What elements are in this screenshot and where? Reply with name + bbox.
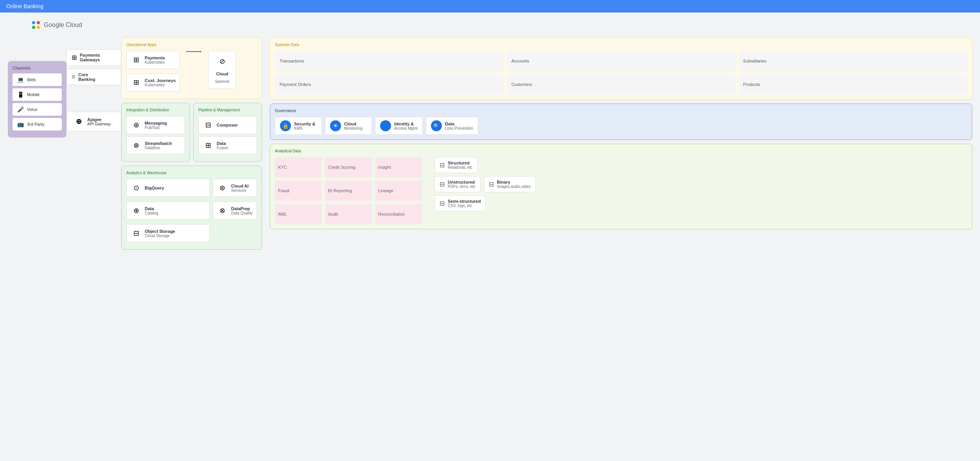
right-column: Spanner Data Transactions Accounts Subsi… [262, 38, 972, 250]
svg-point-2 [32, 26, 35, 29]
spanner-data-box: Spanner Data Transactions Accounts Subsi… [270, 38, 972, 100]
core-banking-icon: ≡ [72, 73, 75, 80]
apigee-name: Apigee [87, 117, 111, 122]
data-loss-prevention-name: Data [445, 122, 473, 126]
object-storage-service[interactable]: ⊟ Object Storage Cloud Storage [126, 224, 210, 242]
security-kms-icon: 🔒 [280, 120, 291, 131]
unstructured-type[interactable]: ⊟ Unstructured PDFs, docs, etc [434, 176, 481, 192]
security-kms-sub: KMS [294, 126, 315, 130]
data-catalog-icon: ⊕ [131, 205, 142, 216]
right-top-row: Spanner Data Transactions Accounts Subsi… [270, 38, 972, 100]
governance-title: Governance [275, 109, 967, 113]
identity-access-sub: Access Mgmt [394, 126, 418, 130]
dataprep-sub: Data Quality [231, 211, 253, 215]
channel-item-web[interactable]: 💻 Web [13, 73, 62, 86]
channels-box: Channels 💻 Web 📱 Mobile 🎤 Voice 📺 3rd Pa… [8, 61, 66, 138]
cloud-ai-name: Cloud AI [231, 184, 249, 188]
analytical-content: KYC Credit Scoring Insight Fraud BI Repo… [275, 157, 967, 224]
web-icon: 💻 [17, 77, 24, 83]
streambatch-name: Stream/batch [145, 141, 172, 146]
data-fusion-name: Data [217, 141, 228, 146]
channel-label-web: Web [27, 77, 36, 82]
fraud-cell: Fraud [275, 180, 322, 201]
operational-services: ⊞ Payments Kubernetes ⊞ Cust. Journeys K… [126, 51, 180, 94]
spanner-grid: Transactions Accounts Subsidiaries Payme… [275, 51, 967, 95]
semi-structured-type[interactable]: ⊟ Semi-structured CSV, logs, etc [434, 195, 486, 211]
svg-point-3 [37, 26, 40, 29]
cloud-spanner-service[interactable]: ⊘ Cloud Spanner [208, 51, 236, 89]
cloud-monitoring-sub: Monitoring [344, 126, 363, 130]
core-banking-item[interactable]: ≡ CoreBanking [66, 69, 121, 85]
identity-access-icon: 👤 [380, 120, 391, 131]
cloud-spanner-sub: Spanner [215, 79, 230, 84]
cloud-monitoring-item[interactable]: 👁 Cloud Monitoring [325, 117, 372, 135]
integration-title: Integration & Distribution [126, 108, 185, 112]
pipeline-title: Pipeline & Management [198, 108, 257, 112]
top-bar: Online Banking [0, 0, 980, 13]
object-storage-name: Object Storage [145, 229, 175, 234]
unstructured-name: Unstructured [448, 180, 476, 184]
unstructured-icon: ⊟ [440, 180, 445, 188]
structured-name: Structured [448, 161, 472, 165]
spanner-cell-payment-orders: Payment Orders [275, 74, 504, 95]
spanner-cell-products: Products [738, 74, 967, 95]
payments-gateways-item[interactable]: ⊞ PaymentsGateways [66, 49, 121, 66]
structured-type[interactable]: ⊟ Structured Relational, etc [434, 157, 477, 173]
bigquery-icon: ⊙ [131, 182, 142, 193]
payments-icon: ⊞ [131, 54, 142, 65]
dataprep-service[interactable]: ⊗ DataPrep Data Quality [213, 202, 257, 220]
cloud-ai-service[interactable]: ⊛ Cloud AI Services [213, 179, 257, 197]
bigquery-service[interactable]: ⊙ BigQuery [126, 179, 210, 197]
spanner-cell-accounts: Accounts [507, 51, 736, 71]
messaging-icon: ⊛ [131, 120, 142, 130]
channels-column: Channels 💻 Web 📱 Mobile 🎤 Voice 📺 3rd Pa… [8, 38, 66, 250]
cust-journeys-icon: ⊞ [131, 77, 142, 88]
composer-icon: ⊟ [203, 120, 214, 130]
cust-journeys-service[interactable]: ⊞ Cust. Journeys Kubernetes [126, 73, 180, 91]
composer-service[interactable]: ⊟ Composer [198, 116, 257, 134]
apigee-icon: ⊕ [73, 116, 84, 127]
security-kms-item[interactable]: 🔒 Security & KMS [275, 117, 322, 135]
payments-gateways-icon: ⊞ [72, 54, 77, 61]
channel-label-voice: Voice [27, 107, 38, 112]
identity-access-item[interactable]: 👤 Identity & Access Mgmt [375, 117, 423, 135]
binary-type[interactable]: ⊟ Binary Images,audio,video [484, 176, 536, 192]
identity-access-name: Identity & [394, 122, 418, 126]
cust-journeys-name: Cust. Journeys [145, 78, 176, 83]
dataprep-name: DataPrep [231, 206, 253, 211]
governance-items: 🔒 Security & KMS 👁 Cloud Monitoring [275, 117, 967, 135]
data-fusion-icon: ⊞ [203, 140, 214, 151]
data-fusion-service[interactable]: ⊞ Data Fusion [198, 136, 257, 154]
streambatch-sub: Dataflow [145, 146, 172, 150]
channel-item-3rdparty[interactable]: 📺 3rd Party [13, 118, 62, 130]
payments-name: Payments [145, 55, 165, 60]
apigee-item[interactable]: ⊕ Apigee API Gateway [66, 112, 121, 131]
bigquery-name: BigQuery [145, 186, 164, 190]
svg-point-1 [37, 21, 40, 24]
cloud-monitoring-icon: 👁 [330, 120, 341, 131]
channel-item-voice[interactable]: 🎤 Voice [13, 103, 62, 116]
semi-structured-sub: CSV, logs, etc [448, 204, 481, 208]
messaging-service[interactable]: ⊛ Messaging Pub/Sub [126, 116, 185, 134]
integration-box: Integration & Distribution ⊛ Messaging P… [121, 103, 190, 162]
data-catalog-service[interactable]: ⊕ Data Catalog [126, 202, 210, 220]
voice-icon: 🎤 [17, 106, 24, 113]
channel-item-mobile[interactable]: 📱 Mobile [13, 88, 62, 101]
security-kms-name: Security & [294, 122, 315, 126]
spanner-cell-subsidiaries: Subsidiaries [738, 51, 967, 71]
payments-service[interactable]: ⊞ Payments Kubernetes [126, 51, 180, 69]
kyc-cell: KYC [275, 157, 322, 177]
data-loss-prevention-item[interactable]: 🔍 Data Loss Prevention [426, 117, 478, 135]
operational-apps-box: Operational Apps ⊞ Payments Kubernetes ⊞ [121, 38, 262, 99]
center-column: Operational Apps ⊞ Payments Kubernetes ⊞ [121, 38, 262, 250]
object-storage-icon: ⊟ [131, 228, 142, 239]
analytical-data-box: Analytical Data KYC Credit Scoring Insig… [270, 144, 972, 229]
svg-marker-5 [200, 51, 202, 52]
analytics-left: ⊙ BigQuery ⊕ Data Catalog ⊟ [126, 179, 210, 245]
dataprep-icon: ⊗ [217, 205, 228, 216]
cloud-spanner-name: Cloud [216, 71, 228, 76]
channels-title: Channels [13, 66, 62, 70]
cloud-spanner-icon: ⊘ [217, 56, 228, 67]
pipeline-box: Pipeline & Management ⊟ Composer ⊞ Data … [193, 103, 262, 162]
streambatch-service[interactable]: ⊗ Stream/batch Dataflow [126, 136, 185, 154]
